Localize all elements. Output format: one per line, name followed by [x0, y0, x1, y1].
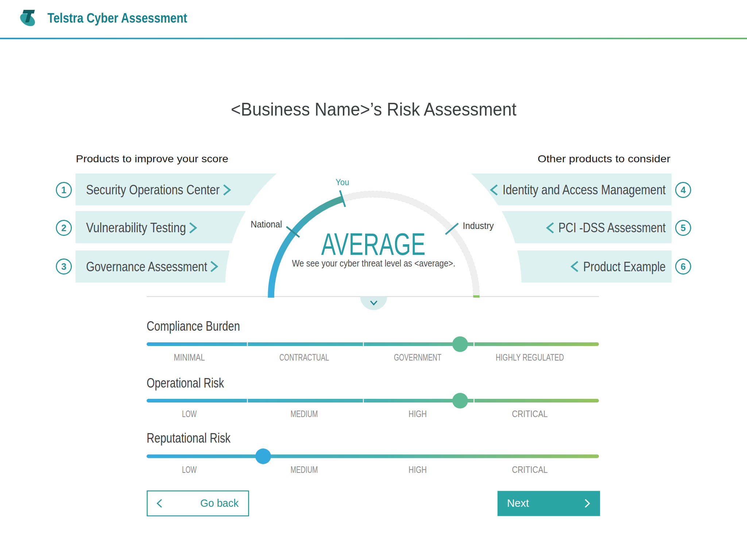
- svg-text:2: 2: [61, 223, 66, 233]
- svg-text:Telstra Cyber Assessment: Telstra Cyber Assessment: [47, 11, 187, 26]
- svg-text:5: 5: [681, 223, 686, 233]
- svg-text:Reputational Risk: Reputational Risk: [147, 431, 231, 446]
- svg-text:LOW: LOW: [182, 464, 197, 475]
- svg-text:Next: Next: [507, 497, 529, 509]
- svg-text:Vulnerability Testing: Vulnerability Testing: [86, 220, 186, 235]
- svg-text:Other products to consider: Other products to consider: [538, 153, 670, 164]
- svg-text:HIGH: HIGH: [409, 464, 427, 475]
- svg-text:Security Operations Center: Security Operations Center: [86, 182, 220, 197]
- svg-text:CONTRACTUAL: CONTRACTUAL: [279, 352, 329, 363]
- svg-text:<Business Name>’s Risk Assessm: <Business Name>’s Risk Assessment: [231, 99, 516, 120]
- svg-text:6: 6: [681, 261, 686, 272]
- svg-text:4: 4: [681, 185, 686, 195]
- svg-text:Governance Assessment: Governance Assessment: [86, 259, 208, 274]
- svg-text:CRITICAL: CRITICAL: [512, 464, 548, 475]
- svg-text:Products to improve your score: Products to improve your score: [76, 153, 228, 164]
- svg-text:Operational Risk: Operational Risk: [147, 376, 224, 390]
- svg-text:AVERAGE: AVERAGE: [321, 227, 426, 261]
- svg-text:MEDIUM: MEDIUM: [291, 464, 318, 475]
- svg-text:We see your cyber threat level: We see your cyber threat level as <avera…: [292, 258, 456, 268]
- svg-text:Identity and Access Management: Identity and Access Management: [503, 182, 666, 197]
- svg-text:GOVERNMENT: GOVERNMENT: [394, 352, 441, 363]
- svg-text:National: National: [251, 219, 282, 229]
- svg-text:HIGH: HIGH: [409, 408, 427, 419]
- svg-text:LOW: LOW: [182, 408, 197, 419]
- svg-text:1: 1: [61, 185, 66, 195]
- svg-text:You: You: [336, 177, 349, 187]
- svg-text:Product Example: Product Example: [583, 259, 666, 274]
- svg-text:Go back: Go back: [200, 497, 239, 509]
- svg-text:CRITICAL: CRITICAL: [512, 408, 548, 419]
- svg-text:MEDIUM: MEDIUM: [291, 408, 318, 419]
- svg-text:MINIMAL: MINIMAL: [174, 352, 205, 363]
- svg-text:3: 3: [61, 261, 66, 272]
- svg-text:Industry: Industry: [463, 221, 494, 231]
- svg-text:PCI -DSS Assessment: PCI -DSS Assessment: [558, 220, 666, 235]
- svg-text:HIGHLY REGULATED: HIGHLY REGULATED: [496, 352, 564, 363]
- svg-text:Compliance Burden: Compliance Burden: [147, 319, 240, 334]
